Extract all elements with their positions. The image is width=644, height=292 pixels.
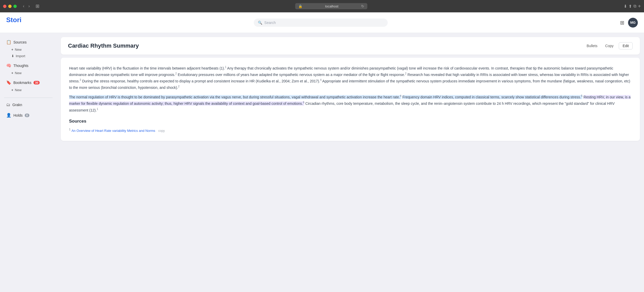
paragraph-2: The normal regulation of HRV is thought … [69, 94, 632, 113]
sidebar-bookmarks-new[interactable]: + New [4, 87, 53, 93]
grakn-icon: 🗂 [6, 102, 10, 107]
share-button[interactable]: ⬆ [629, 4, 632, 9]
sources-title: Sources [69, 117, 632, 125]
sidebar-sources-import[interactable]: ⬇ Import [4, 53, 53, 59]
sidebar-toggle-button[interactable]: ⊞ [34, 3, 41, 10]
video-icon[interactable]: ⊞ [620, 20, 624, 26]
bookmarks-icon: 🔖 [6, 80, 11, 85]
sidebar-section-holds: 👤 Holds 0 [4, 111, 53, 119]
main-content: Cardiac Rhythm Summary Bullets Copy Edit… [57, 33, 644, 292]
copy-button[interactable]: Copy [603, 43, 616, 49]
app-body: Stori 🔍 ⊞ MG 📋 Sources + New [0, 12, 644, 292]
source-link[interactable]: An Overview of Heart Rate variability Me… [71, 129, 155, 133]
browser-actions: ⬇ ⬆ ⧉ + [624, 3, 641, 9]
plus-icon-thoughts: + [11, 71, 13, 75]
sidebar-thoughts-label: Thoughts [13, 64, 28, 68]
holds-badge: 0 [25, 114, 29, 117]
download-button[interactable]: ⬇ [624, 4, 627, 9]
sidebar-item-grakn[interactable]: 🗂 Grakn [4, 101, 53, 109]
sidebar-thoughts-new[interactable]: + New [4, 70, 53, 76]
text-segment-highlighted-blue: The normal regulation of HRV is thought … [69, 95, 401, 99]
header-actions: ⊞ MG [620, 18, 638, 28]
thoughts-icon: 🧠 [6, 63, 11, 68]
paragraph-1: Heart rate variability (HRV) is the fluc… [69, 65, 632, 91]
reload-button[interactable]: ↻ [361, 4, 364, 8]
search-wrapper: 🔍 [254, 19, 388, 27]
sources-section: Sources 1 An Overview of Heart Rate vari… [69, 117, 632, 134]
close-button[interactable] [3, 5, 6, 8]
traffic-lights [3, 5, 17, 8]
sidebar-bookmarks-new-label: New [15, 88, 22, 92]
sidebar-section-grakn: 🗂 Grakn [4, 101, 53, 109]
source-copy-button[interactable]: copy [158, 129, 165, 133]
forward-button[interactable]: › [27, 3, 31, 9]
avatar[interactable]: MG [628, 18, 638, 28]
source-ref-number: 1 [69, 128, 71, 131]
browser-chrome: ‹ › ⊞ 🔒 localhost ↻ ⬇ ⬆ ⧉ + [0, 0, 644, 12]
app-header: Stori 🔍 ⊞ MG [0, 12, 644, 33]
sidebar-sources-import-label: Import [16, 54, 25, 58]
holds-icon: 👤 [6, 113, 11, 118]
extensions-button[interactable]: ⧉ [633, 4, 636, 8]
plus-icon: + [11, 48, 13, 51]
sidebar-section-sources: 📋 Sources + New ⬇ Import [4, 38, 53, 59]
sidebar-grakn-label: Grakn [12, 103, 22, 107]
tab-bar: 🔒 localhost ↻ [44, 3, 619, 9]
sidebar-bookmarks-label: Bookmarks [13, 81, 31, 85]
text-segment: Evolutionary pressures over millions of … [178, 73, 406, 77]
sources-icon: 📋 [6, 40, 11, 45]
search-input[interactable] [264, 21, 384, 25]
sidebar-item-thoughts[interactable]: 🧠 Thoughts [4, 62, 53, 70]
sidebar-holds-label: Holds [13, 113, 23, 117]
bookmarks-badge: 30 [33, 81, 40, 84]
security-icon: 🔒 [298, 4, 302, 8]
document-title: Cardiac Rhythm Summary [68, 42, 139, 49]
sidebar-thoughts-new-label: New [15, 71, 22, 75]
minimize-button[interactable] [8, 5, 12, 8]
text-segment-highlighted-blue-2: Frequency domain HRV indices, computed i… [402, 95, 582, 99]
source-item: 1 An Overview of Heart Rate variability … [69, 127, 632, 134]
back-button[interactable]: ‹ [21, 3, 26, 9]
text-segment: Heart rate variability (HRV) is the fluc… [69, 66, 226, 70]
sidebar-sources-new-label: New [15, 48, 22, 51]
browser-navigation: ‹ › [21, 3, 31, 9]
sidebar-section-thoughts: 🧠 Thoughts + New [4, 62, 53, 76]
sidebar-item-holds[interactable]: 👤 Holds 0 [4, 111, 53, 119]
search-container: 🔍 [254, 19, 388, 27]
text-segment: During the stress response, healthy cont… [82, 79, 321, 83]
sidebar-item-bookmarks[interactable]: 🔖 Bookmarks 30 [4, 79, 53, 87]
sidebar-item-sources[interactable]: 📋 Sources [4, 38, 53, 46]
plus-icon-bookmarks: + [11, 88, 13, 92]
new-tab-button[interactable]: + [638, 3, 641, 9]
bullets-button[interactable]: Bullets [584, 43, 600, 49]
sidebar: 📋 Sources + New ⬇ Import 🧠 Thoughts [0, 33, 57, 292]
app-logo: Stori [6, 16, 21, 24]
sidebar-section-bookmarks: 🔖 Bookmarks 30 + New [4, 79, 53, 93]
title-actions: Bullets Copy Edit [584, 42, 633, 49]
sidebar-divider [4, 98, 53, 98]
maximize-button[interactable] [13, 5, 17, 8]
sidebar-sources-new[interactable]: + New [4, 47, 53, 53]
document-content-card: Heart rate variability (HRV) is the fluc… [61, 58, 640, 141]
document-title-card: Cardiac Rhythm Summary Bullets Copy Edit [61, 37, 640, 55]
url-text: localhost [304, 4, 359, 8]
import-icon: ⬇ [11, 54, 14, 58]
search-icon: 🔍 [258, 21, 262, 25]
sidebar-sources-label: Sources [13, 40, 27, 44]
address-bar[interactable]: 🔒 localhost ↻ [295, 3, 367, 9]
content-area: 📋 Sources + New ⬇ Import 🧠 Thoughts [0, 33, 644, 292]
edit-button[interactable]: Edit [619, 42, 633, 49]
